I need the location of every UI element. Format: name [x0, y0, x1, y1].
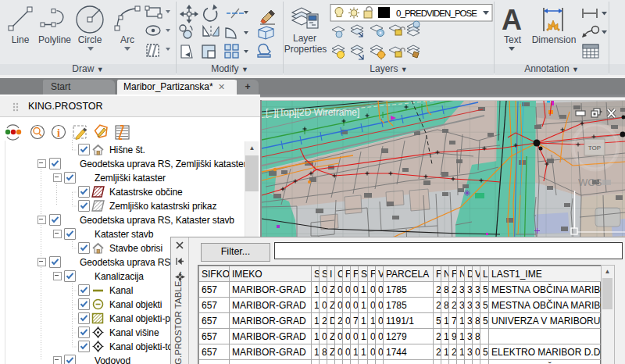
svg-text:A: A [502, 4, 522, 36]
svg-text:TOP: TOP [588, 145, 601, 152]
svg-text:[−][Top][2D Wireframe]: [−][Top][2D Wireframe] [266, 107, 359, 118]
svg-text:WCS: WCS [578, 177, 602, 188]
svg-text:0_PREDVIDEN_POSE: 0_PREDVIDEN_POSE [396, 9, 477, 18]
